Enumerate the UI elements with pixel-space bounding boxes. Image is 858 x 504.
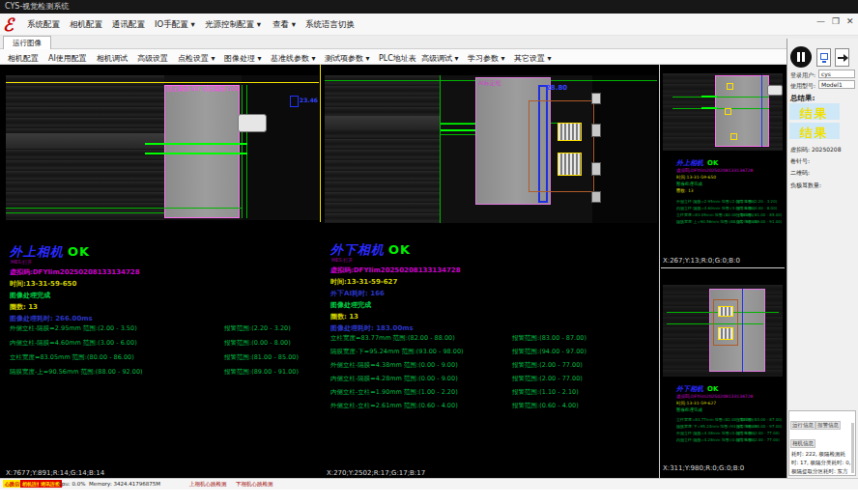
- thumb-top-green-bar2: [701, 107, 717, 109]
- maximize-button[interactable]: ❐: [832, 16, 840, 26]
- panel-barcode-value: 20250208: [812, 146, 842, 153]
- left-mes-status: MES:打开: [11, 259, 32, 265]
- titlebar: CYS-视觉检测系统: [0, 0, 858, 14]
- thumb-bottom-coord-readout: X:311;Y:980;R:0;G:0;B:0: [663, 464, 744, 472]
- mid-alarm-4: 报警范围:(1.10 - 2.10): [512, 388, 579, 397]
- menu-light-config[interactable]: 光源控制配置 ▾: [205, 19, 261, 31]
- model-field[interactable]: Model1: [818, 80, 855, 89]
- left-process-done: 图像处理完成: [10, 291, 50, 300]
- info-tab-run[interactable]: 运行信息: [790, 421, 815, 430]
- info-scrollbar[interactable]: [851, 423, 854, 473]
- mid-meas-4: 内侧立柱-立柱=1.90mm 范围:(1.00 - 2.20): [330, 388, 458, 397]
- thumb-top-connector: [767, 85, 783, 96]
- result-text-1: 结果: [800, 106, 829, 121]
- left-pixel-coord-readout: X:7677;Y:891;R:14;G:14;B:14: [6, 469, 104, 477]
- thumb-bottom-barcode: 虚拟码:DFYIim20250208133134728: [676, 394, 753, 399]
- tool-camera-config[interactable]: 相机配置: [8, 53, 39, 64]
- monitor-icon: [822, 61, 826, 63]
- thumb-top-ok: OK: [707, 159, 718, 167]
- model-label: 使用型号:: [790, 82, 815, 91]
- menu-comm-config[interactable]: 通讯配置: [112, 19, 145, 31]
- menu-io-config[interactable]: IO手配置 ▾: [155, 19, 195, 31]
- result-badge-2: 结果: [789, 123, 840, 139]
- tool-adv-debug[interactable]: 高级调试 ▾: [421, 53, 459, 64]
- left-green-edge-1: [145, 143, 247, 145]
- mid-machine-texture: [325, 75, 441, 223]
- tool-advanced-set[interactable]: 高级设置: [137, 53, 168, 64]
- pause-icon: [802, 52, 805, 62]
- thumb-top-alarm-1: 报警范围:(0.00 - 8.00): [736, 206, 777, 210]
- window-title: CYS-视觉检测系统: [5, 2, 69, 11]
- tab-run-image[interactable]: 运行图像: [3, 36, 51, 49]
- mid-clip-2: [591, 124, 601, 137]
- thumb-bottom-ok: OK: [707, 385, 718, 393]
- mid-alarm-2: 报警范围:(2.00 - 77.00): [512, 361, 583, 370]
- mid-meas-5: 外侧立柱-立柱=2.61mm 范围:(0.60 - 4.00): [330, 402, 458, 410]
- mid-clip-4: [591, 191, 601, 203]
- mid-green-vertical-line: [440, 75, 441, 223]
- tool-test-param[interactable]: 测试项参数 ▾: [325, 53, 370, 64]
- left-meas-0: 外侧立柱-隔膜=2.95mm 范围:(2.00 - 3.50): [10, 324, 137, 333]
- mid-tab-box-2: [558, 153, 582, 176]
- thumb-top-alarm-3: 报警范围:(89.00 - 91.00): [736, 219, 782, 224]
- tool-spot-check[interactable]: 点检设置 ▾: [178, 53, 215, 64]
- mid-process-time: 图像处理耗时: 183.00ms: [330, 323, 414, 333]
- left-camera-name: 外上相机: [10, 244, 64, 259]
- pause-button[interactable]: [790, 46, 812, 68]
- tool-ai-config[interactable]: AI使用配置: [48, 53, 87, 64]
- left-camera-image[interactable]: 固定阈值:93, 动态阈值:100 23.46: [6, 75, 319, 220]
- info-tab-camera[interactable]: 相机信息: [790, 439, 815, 448]
- thumb-bottom-alarm-2: 报警范围:(2.00 - 77.00): [736, 431, 780, 435]
- cpu-usage-text: Cpu: 0.0%: [58, 481, 85, 487]
- left-measure-box-overlay: [290, 96, 299, 107]
- left-green-edge-2: [145, 153, 247, 154]
- mid-dark-region: [592, 75, 657, 223]
- thumb-bottom-image[interactable]: [663, 285, 783, 377]
- mid-alarm-3: 报警范围:(2.00 - 77.00): [512, 375, 583, 383]
- left-film-region-overlay: [164, 85, 240, 218]
- monitor-icon: [820, 53, 828, 60]
- panel-barcode-label: 虚拟码: 20250208: [790, 146, 842, 154]
- tab-count-label: 负极耳数量:: [790, 182, 821, 190]
- tool-camera-debug[interactable]: 相机调试: [97, 53, 128, 64]
- mid-camera-name: 外下相机: [330, 242, 385, 257]
- mid-ai-time: 外下AI耗时: 166: [330, 289, 385, 298]
- logout-button[interactable]: [835, 48, 849, 67]
- login-user-field[interactable]: cys: [818, 70, 855, 78]
- memory-usage-text: Memory: 3424.41796875M: [89, 481, 160, 487]
- menu-system-config[interactable]: 系统配置: [27, 19, 60, 31]
- info-tab-alarm[interactable]: 报警信息: [815, 421, 841, 430]
- tool-plc-table[interactable]: PLC地址表: [379, 53, 416, 64]
- mid-meas-0: 立柱宽度=83.77mm 范围:(82.00 - 88.00): [330, 334, 455, 343]
- tool-image-process[interactable]: 图像处理 ▾: [224, 53, 262, 64]
- tool-learn-param[interactable]: 学习参数 ▾: [468, 53, 505, 64]
- qr-code-label: 二维码:: [790, 169, 810, 178]
- mid-process-done: 图像处理完成: [330, 300, 371, 310]
- close-button[interactable]: ✕: [846, 16, 854, 26]
- info-tabs: 运行信息报警信息相机信息: [789, 411, 855, 449]
- tool-other-set[interactable]: 其它设置 ▾: [514, 53, 552, 64]
- mid-alarm-5: 报警范围:(0.60 - 4.00): [512, 402, 579, 410]
- left-alarm-0: 报警范围:(2.20 - 3.20): [224, 324, 291, 333]
- mid-camera-image[interactable]: AI标定框 28.80: [325, 75, 657, 223]
- menu-language-switch[interactable]: 系统语言切换: [305, 19, 355, 31]
- thumb-top-image[interactable]: [663, 73, 783, 151]
- panel-barcode-caption: 虚拟码:: [790, 146, 810, 153]
- left-green-baseline-2: [246, 85, 247, 218]
- thumb-bottom-time: 时间:13-31-59-627: [676, 401, 716, 406]
- minimize-button[interactable]: —: [816, 16, 825, 26]
- monitor-button[interactable]: [816, 48, 831, 67]
- left-meas-1: 内侧立柱-隔膜=4.60mm 范围:(3.00 - 6.00): [10, 339, 137, 348]
- thumb-separator: [661, 267, 785, 268]
- menu-camera-config[interactable]: 相机配置: [70, 19, 102, 31]
- left-barcode: 虚拟码:DFYIim20250208133134728: [10, 267, 140, 277]
- pause-icon: [797, 52, 800, 62]
- mid-tab-box-1: [558, 123, 582, 141]
- menu-view[interactable]: 查看 ▾: [272, 19, 296, 31]
- thumb-bottom-title: 外下相机OK: [676, 384, 718, 394]
- left-yellow-guide-h: [6, 82, 319, 83]
- mid-ai-label: AI标定框: [478, 79, 501, 88]
- mid-green-bar-2: [441, 129, 475, 131]
- tool-baseline-param[interactable]: 基准线参数 ▾: [271, 53, 316, 64]
- info-box: 运行信息报警信息相机信息 耗时: 222, 极隔检测耗时: 17, 极隔分类耗时…: [788, 410, 856, 476]
